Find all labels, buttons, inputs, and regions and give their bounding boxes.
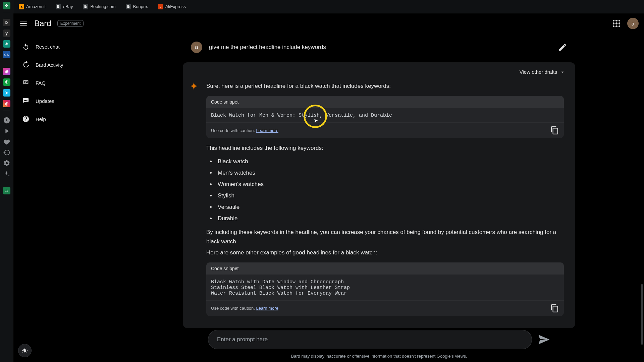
browser-rail: ❖ b y ✶ cs ◉ ✆ ➤ ◎ a [0,0,13,362]
disclaimer: Bard may display inaccurate or offensive… [291,354,467,359]
list-item: Women's watches [216,179,564,190]
rail-play-icon[interactable] [3,127,10,135]
amazon-icon: a [19,4,24,9]
code-caution: Use code with caution. Learn more [211,306,278,311]
sidebar-item-label: Reset chat [36,44,60,50]
rail-instagram-icon[interactable]: ◎ [3,100,10,107]
copy-icon[interactable] [550,304,559,313]
theme-toggle-icon[interactable] [18,344,32,357]
rail-gear-icon[interactable] [3,160,10,167]
bookmark-aliexpress[interactable]: ⌂ AliExpress [156,3,188,11]
prompt-input[interactable]: Enter a prompt here [208,330,532,349]
sidebar-item-faq[interactable]: FAQ [16,74,111,91]
edit-prompt-icon[interactable] [558,43,567,52]
rail-shortcut-4[interactable]: cs [3,51,10,58]
rail-divider [3,62,10,64]
bookmark-label: AliExpress [165,4,186,9]
view-drafts-label: View other drafts [520,69,557,75]
copy-icon[interactable] [550,126,559,135]
code-caution: Use code with caution. Learn more [211,128,278,133]
view-other-drafts[interactable]: View other drafts [516,67,569,77]
bookmark-label: Bonprix [133,4,148,9]
sidebar-item-label: FAQ [36,80,46,86]
apps-grid-icon[interactable] [612,19,621,28]
aliexpress-icon: ⌂ [158,4,163,9]
rail-heart-icon[interactable] [3,138,10,145]
activity-icon [22,61,30,68]
rail-history-icon[interactable] [3,149,10,156]
experiment-badge: Experiment [57,20,84,27]
code-snippet-content: Black Watch for Men & Women: Stylish, Ve… [206,108,564,122]
bookmark-label: eBay [63,4,73,9]
bookmarks-bar: a Amazon.it 🗎 eBay 🗎 Booking.com 🗎 Bonpr… [13,0,644,13]
code-snippet-2: Code snippet Black Watch with Date Windo… [206,262,564,316]
other-examples-intro: Here are some other examples of good hea… [206,248,564,257]
prompt-placeholder: Enter a prompt here [217,336,268,343]
file-icon: 🗎 [56,4,61,9]
code-snippet-title: Code snippet [206,262,564,275]
reset-icon [22,43,30,50]
list-item: Stylish [216,190,564,201]
sparkle-icon [189,81,199,92]
user-prompt-row: a give me the perfect headline include k… [183,36,575,59]
response-benefit: By including these keywords in the headl… [206,228,564,246]
rail-divider [3,181,10,184]
learn-more-link[interactable]: Learn more [256,128,278,133]
rail-whatsapp-icon[interactable]: ✆ [3,78,10,86]
file-icon: 🗎 [83,4,88,9]
chevron-down-icon [560,69,565,75]
sidebar-item-label: Updates [36,98,54,104]
rail-shortcut-3[interactable]: ✶ [3,40,10,48]
sidebar-item-reset[interactable]: Reset chat [16,38,111,55]
rail-clock-icon[interactable] [3,117,10,124]
model-response: View other drafts Sure, here is a perfec… [183,62,575,328]
avatar[interactable]: a [627,18,639,29]
rail-telegram-icon[interactable]: ➤ [3,89,10,97]
prompt-input-bar: Enter a prompt here [208,330,550,349]
code-snippet-content: Black Watch with Date Window and Chronog… [206,275,564,300]
updates-icon [22,97,30,105]
sidebar-item-activity[interactable]: Bard Activity [16,56,111,73]
bookmark-label: Amazon.it [26,4,46,9]
file-icon: 🗎 [126,4,131,9]
learn-more-link[interactable]: Learn more [256,306,278,311]
bookmark-label: Booking.com [90,4,115,9]
rail-divider [3,13,10,15]
rail-shortcut-1[interactable]: b [3,19,10,26]
send-icon[interactable] [537,333,550,346]
list-item: Durable [216,213,564,224]
keyword-list: Black watch Men's watches Women's watche… [216,156,564,224]
rail-messenger-icon[interactable]: ◉ [3,68,10,75]
rail-shortcut-2[interactable]: y [3,29,10,37]
user-prompt-text: give me the perfect headline include key… [209,44,326,51]
sidebar: Reset chat Bard Activity FAQ Updates Hel… [13,34,114,362]
list-item: Men's watches [216,167,564,179]
sidebar-item-help[interactable]: Help [16,111,111,127]
help-icon [22,115,30,123]
code-snippet-title: Code snippet [206,96,564,108]
list-item: Black watch [216,156,564,167]
user-avatar: a [191,42,202,53]
scrollbar-thumb[interactable] [641,284,643,345]
faq-icon [22,79,30,86]
avatar-letter: a [632,21,634,26]
rail-divider [3,111,10,113]
brand-title: Bard [34,19,51,28]
code-snippet-1: Code snippet Black Watch for Men & Women… [206,96,564,138]
sidebar-item-updates[interactable]: Updates [16,93,111,109]
bookmark-bonprix[interactable]: 🗎 Bonprix [124,3,150,11]
menu-icon[interactable] [19,19,28,28]
rail-new-tab-icon[interactable]: ❖ [3,2,10,9]
rail-sparkle-icon[interactable] [3,170,10,178]
keywords-intro: This headline includes the following key… [206,143,564,153]
sidebar-item-label: Help [36,116,46,122]
bookmark-amazon[interactable]: a Amazon.it [17,3,48,11]
chat-area: a give me the perfect headline include k… [114,34,644,362]
bookmark-booking[interactable]: 🗎 Booking.com [81,3,117,11]
sidebar-item-label: Bard Activity [36,62,63,68]
rail-current-icon[interactable]: a [3,187,10,194]
response-intro: Sure, here is a perfect headline for a b… [206,81,564,90]
bookmark-ebay[interactable]: 🗎 eBay [54,3,75,11]
app-header: Bard Experiment a [13,13,644,34]
list-item: Versatile [216,201,564,213]
